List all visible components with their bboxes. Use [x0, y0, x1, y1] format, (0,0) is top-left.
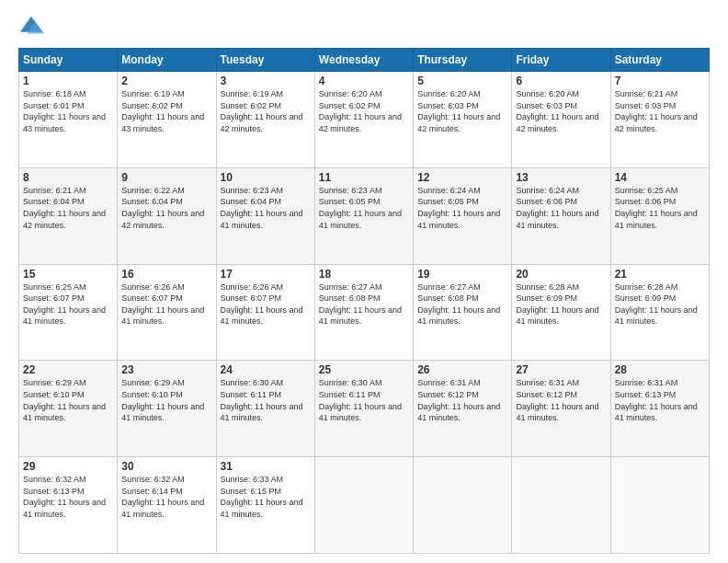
day-number: 17: [221, 268, 311, 281]
calendar-day-20: 20Sunrise: 6:28 AMSunset: 6:09 PMDayligh…: [512, 264, 610, 361]
day-number: 15: [23, 268, 113, 281]
day-number: 22: [23, 363, 113, 376]
day-info: Sunrise: 6:32 AMSunset: 6:13 PMDaylight:…: [23, 475, 106, 519]
calendar-day-28: 28Sunrise: 6:31 AMSunset: 6:13 PMDayligh…: [610, 361, 709, 457]
calendar-week-2: 8Sunrise: 6:21 AMSunset: 6:04 PMDaylight…: [19, 167, 710, 264]
day-info: Sunrise: 6:26 AMSunset: 6:07 PMDaylight:…: [121, 282, 204, 327]
calendar-week-3: 15Sunrise: 6:25 AMSunset: 6:07 PMDayligh…: [19, 264, 710, 361]
calendar-day-24: 24Sunrise: 6:30 AMSunset: 6:11 PMDayligh…: [216, 361, 314, 457]
day-number: 6: [516, 75, 606, 87]
calendar-day-29: 29Sunrise: 6:32 AMSunset: 6:13 PMDayligh…: [19, 457, 118, 554]
day-number: 31: [221, 460, 311, 473]
day-info: Sunrise: 6:20 AMSunset: 6:03 PMDaylight:…: [417, 89, 500, 133]
day-info: Sunrise: 6:29 AMSunset: 6:10 PMDaylight:…: [23, 378, 106, 422]
calendar-day-18: 18Sunrise: 6:27 AMSunset: 6:08 PMDayligh…: [314, 264, 413, 361]
day-info: Sunrise: 6:29 AMSunset: 6:10 PMDaylight:…: [121, 378, 204, 422]
day-number: 26: [417, 363, 507, 376]
calendar-day-11: 11Sunrise: 6:23 AMSunset: 6:05 PMDayligh…: [314, 167, 413, 264]
day-number: 12: [417, 171, 507, 184]
calendar-week-1: 1Sunrise: 6:18 AMSunset: 6:01 PMDaylight…: [19, 72, 710, 168]
calendar-empty-cell: [610, 457, 709, 554]
day-info: Sunrise: 6:30 AMSunset: 6:11 PMDaylight:…: [319, 378, 402, 422]
day-number: 1: [23, 75, 113, 87]
logo-icon: [18, 15, 44, 40]
day-number: 25: [319, 363, 409, 376]
calendar-day-1: 1Sunrise: 6:18 AMSunset: 6:01 PMDaylight…: [19, 72, 118, 168]
day-number: 8: [23, 171, 113, 184]
calendar-day-22: 22Sunrise: 6:29 AMSunset: 6:10 PMDayligh…: [19, 361, 118, 457]
day-number: 14: [615, 171, 705, 184]
calendar-header-row: SundayMondayTuesdayWednesdayThursdayFrid…: [19, 49, 710, 72]
calendar-day-12: 12Sunrise: 6:24 AMSunset: 6:05 PMDayligh…: [414, 167, 512, 264]
header: [18, 15, 710, 40]
calendar-week-4: 22Sunrise: 6:29 AMSunset: 6:10 PMDayligh…: [19, 361, 710, 457]
day-info: Sunrise: 6:27 AMSunset: 6:08 PMDaylight:…: [417, 282, 500, 327]
day-info: Sunrise: 6:27 AMSunset: 6:08 PMDaylight:…: [319, 282, 402, 327]
calendar-day-4: 4Sunrise: 6:20 AMSunset: 6:02 PMDaylight…: [314, 72, 413, 168]
day-info: Sunrise: 6:19 AMSunset: 6:02 PMDaylight:…: [121, 89, 204, 133]
calendar-day-16: 16Sunrise: 6:26 AMSunset: 6:07 PMDayligh…: [118, 264, 216, 361]
calendar-week-5: 29Sunrise: 6:32 AMSunset: 6:13 PMDayligh…: [19, 457, 710, 554]
day-info: Sunrise: 6:22 AMSunset: 6:04 PMDaylight:…: [121, 186, 204, 230]
day-number: 5: [417, 75, 507, 87]
day-info: Sunrise: 6:21 AMSunset: 6:04 PMDaylight:…: [23, 186, 106, 230]
day-number: 9: [121, 171, 211, 184]
calendar-day-8: 8Sunrise: 6:21 AMSunset: 6:04 PMDaylight…: [19, 167, 118, 264]
day-number: 27: [516, 363, 606, 376]
calendar-day-21: 21Sunrise: 6:28 AMSunset: 6:09 PMDayligh…: [610, 264, 709, 361]
day-number: 24: [221, 363, 311, 376]
day-info: Sunrise: 6:18 AMSunset: 6:01 PMDaylight:…: [23, 89, 106, 133]
day-number: 30: [121, 460, 211, 473]
day-info: Sunrise: 6:20 AMSunset: 6:02 PMDaylight:…: [319, 89, 402, 133]
day-info: Sunrise: 6:33 AMSunset: 6:15 PMDaylight:…: [221, 475, 303, 519]
day-info: Sunrise: 6:20 AMSunset: 6:03 PMDaylight:…: [516, 89, 598, 133]
day-info: Sunrise: 6:24 AMSunset: 6:05 PMDaylight:…: [417, 186, 500, 230]
day-info: Sunrise: 6:25 AMSunset: 6:07 PMDaylight:…: [23, 282, 106, 327]
calendar-day-3: 3Sunrise: 6:19 AMSunset: 6:02 PMDaylight…: [216, 72, 314, 168]
calendar-empty-cell: [414, 457, 512, 554]
day-number: 2: [121, 75, 211, 87]
day-info: Sunrise: 6:25 AMSunset: 6:06 PMDaylight:…: [615, 186, 698, 230]
calendar-day-6: 6Sunrise: 6:20 AMSunset: 6:03 PMDaylight…: [512, 72, 610, 168]
calendar-day-25: 25Sunrise: 6:30 AMSunset: 6:11 PMDayligh…: [314, 361, 413, 457]
day-info: Sunrise: 6:28 AMSunset: 6:09 PMDaylight:…: [615, 282, 698, 327]
day-number: 7: [615, 75, 705, 87]
day-number: 29: [23, 460, 113, 473]
calendar-empty-cell: [314, 457, 413, 554]
calendar-day-23: 23Sunrise: 6:29 AMSunset: 6:10 PMDayligh…: [118, 361, 216, 457]
day-info: Sunrise: 6:31 AMSunset: 6:13 PMDaylight:…: [615, 378, 698, 422]
calendar-day-9: 9Sunrise: 6:22 AMSunset: 6:04 PMDaylight…: [118, 167, 216, 264]
day-number: 10: [221, 171, 311, 184]
day-info: Sunrise: 6:23 AMSunset: 6:04 PMDaylight:…: [221, 186, 303, 230]
calendar-day-10: 10Sunrise: 6:23 AMSunset: 6:04 PMDayligh…: [216, 167, 314, 264]
day-info: Sunrise: 6:21 AMSunset: 6:03 PMDaylight:…: [615, 89, 698, 133]
calendar-day-17: 17Sunrise: 6:26 AMSunset: 6:07 PMDayligh…: [216, 264, 314, 361]
day-number: 18: [319, 268, 409, 281]
day-number: 16: [121, 268, 211, 281]
logo: [18, 15, 48, 40]
calendar-header-monday: Monday: [118, 49, 216, 72]
calendar-header-sunday: Sunday: [19, 49, 118, 72]
page: SundayMondayTuesdayWednesdayThursdayFrid…: [0, 0, 728, 563]
day-number: 3: [221, 75, 311, 87]
day-info: Sunrise: 6:31 AMSunset: 6:12 PMDaylight:…: [417, 378, 500, 422]
day-number: 23: [121, 363, 211, 376]
calendar-header-wednesday: Wednesday: [314, 49, 413, 72]
day-number: 20: [516, 268, 606, 281]
calendar-header-saturday: Saturday: [610, 49, 709, 72]
calendar-day-27: 27Sunrise: 6:31 AMSunset: 6:12 PMDayligh…: [512, 361, 610, 457]
calendar-day-13: 13Sunrise: 6:24 AMSunset: 6:06 PMDayligh…: [512, 167, 610, 264]
day-number: 19: [417, 268, 507, 281]
day-info: Sunrise: 6:32 AMSunset: 6:14 PMDaylight:…: [121, 475, 204, 519]
day-info: Sunrise: 6:26 AMSunset: 6:07 PMDaylight:…: [221, 282, 303, 327]
calendar-day-15: 15Sunrise: 6:25 AMSunset: 6:07 PMDayligh…: [19, 264, 118, 361]
day-number: 13: [516, 171, 606, 184]
day-info: Sunrise: 6:24 AMSunset: 6:06 PMDaylight:…: [516, 186, 598, 230]
day-number: 21: [615, 268, 705, 281]
calendar-empty-cell: [512, 457, 610, 554]
calendar-table: SundayMondayTuesdayWednesdayThursdayFrid…: [18, 48, 710, 554]
day-number: 11: [319, 171, 409, 184]
calendar-day-5: 5Sunrise: 6:20 AMSunset: 6:03 PMDaylight…: [414, 72, 512, 168]
calendar-day-31: 31Sunrise: 6:33 AMSunset: 6:15 PMDayligh…: [216, 457, 314, 554]
day-info: Sunrise: 6:28 AMSunset: 6:09 PMDaylight:…: [516, 282, 598, 327]
